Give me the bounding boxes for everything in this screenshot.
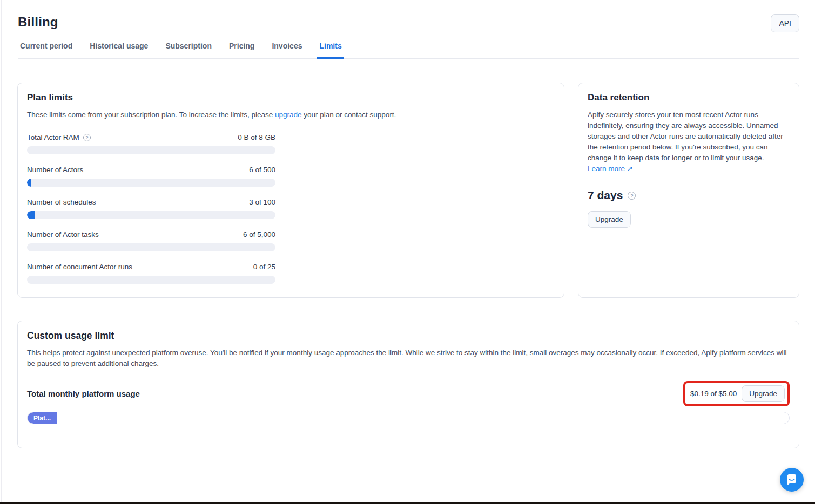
limit-label: Number of schedules	[27, 198, 96, 206]
taskbar-edge	[0, 502, 815, 504]
annotation-highlight-box: $0.19 of $5.00 Upgrade	[683, 381, 790, 406]
retention-value-row: 7 days ?	[588, 189, 790, 202]
tab-limits[interactable]: Limits	[317, 40, 343, 59]
plan-limits-list: Total Actor RAM? 0 B of 8 GB Number of A…	[27, 133, 555, 284]
limit-label: Number of Actors	[27, 166, 83, 174]
sidebar-edge-divider	[1, 0, 2, 504]
tab-historical-usage[interactable]: Historical usage	[87, 40, 150, 59]
help-icon[interactable]: ?	[628, 192, 636, 200]
custom-usage-limit-card: Custom usage limit This helps protect ag…	[17, 321, 799, 448]
plan-limits-card: Plan limits These limits come from your …	[17, 83, 564, 298]
plan-limits-desc-before: These limits come from your subscription…	[27, 111, 275, 119]
plan-limits-title: Plan limits	[27, 92, 555, 103]
retention-upgrade-button[interactable]: Upgrade	[588, 211, 631, 228]
limit-label: Total Actor RAM?	[27, 133, 91, 141]
progress-fill	[27, 179, 31, 187]
custom-usage-limit-description: This helps protect against unexpected pl…	[27, 348, 790, 369]
limit-value: 6 of 5,000	[243, 230, 275, 239]
limit-row-number-of-schedules: Number of schedules 3 of 100	[27, 198, 275, 219]
limit-value: 0 of 25	[253, 263, 275, 271]
limit-value: 3 of 100	[249, 198, 275, 206]
plan-limits-description: These limits come from your subscription…	[27, 110, 555, 120]
progress-bar-number-of-actor-tasks	[27, 243, 275, 251]
monthly-usage-progress-bar: Plat...	[27, 412, 790, 424]
platform-usage-segment: Plat...	[28, 412, 57, 424]
limit-row-total-actor-ram: Total Actor RAM? 0 B of 8 GB	[27, 133, 275, 154]
tab-pricing[interactable]: Pricing	[227, 40, 257, 59]
limit-row-number-of-actor-tasks: Number of Actor tasks 6 of 5,000	[27, 230, 275, 251]
limit-row-concurrent-actor-runs: Number of concurrent Actor runs 0 of 25	[27, 263, 275, 284]
data-retention-title: Data retention	[588, 92, 790, 103]
help-icon[interactable]: ?	[83, 134, 91, 141]
api-button[interactable]: API	[771, 14, 799, 32]
usage-upgrade-button[interactable]: Upgrade	[742, 385, 785, 402]
total-monthly-usage-label: Total monthly platform usage	[27, 389, 140, 398]
tab-subscription[interactable]: Subscription	[163, 40, 214, 59]
limit-row-number-of-actors: Number of Actors 6 of 500	[27, 166, 275, 187]
chat-launcher-button[interactable]	[780, 468, 804, 492]
progress-bar-number-of-actors	[27, 179, 275, 187]
data-retention-card: Data retention Apify securely stores you…	[578, 83, 799, 298]
tab-current-period[interactable]: Current period	[18, 40, 75, 59]
progress-bar-total-actor-ram	[27, 146, 275, 154]
plan-limits-desc-after: your plan or contact support.	[302, 111, 396, 119]
top-cards-row: Plan limits These limits come from your …	[17, 83, 799, 298]
tab-invoices[interactable]: Invoices	[270, 40, 304, 59]
progress-fill	[27, 211, 35, 219]
progress-bar-number-of-schedules	[27, 211, 275, 219]
page-title: Billing	[18, 15, 799, 30]
usage-amount-value: $0.19 of $5.00	[690, 390, 737, 398]
usage-row: Total monthly platform usage $0.19 of $5…	[27, 381, 790, 406]
upgrade-link[interactable]: upgrade	[275, 111, 302, 119]
intercom-chat-icon	[786, 474, 798, 486]
data-retention-description: Apify securely stores your ten most rece…	[588, 110, 790, 174]
page-header: Billing API	[0, 0, 815, 30]
external-link-icon: ↗	[627, 165, 633, 173]
progress-bar-concurrent-actor-runs	[27, 276, 275, 284]
retention-period-value: 7 days	[588, 189, 623, 202]
custom-usage-limit-title: Custom usage limit	[27, 330, 790, 342]
limit-label: Number of concurrent Actor runs	[27, 263, 132, 271]
limit-value: 6 of 500	[249, 166, 275, 174]
learn-more-link[interactable]: Learn more ↗	[588, 165, 633, 173]
billing-tabs: Current period Historical usage Subscrip…	[18, 40, 799, 59]
limit-label: Number of Actor tasks	[27, 230, 99, 239]
limit-value: 0 B of 8 GB	[238, 133, 275, 141]
